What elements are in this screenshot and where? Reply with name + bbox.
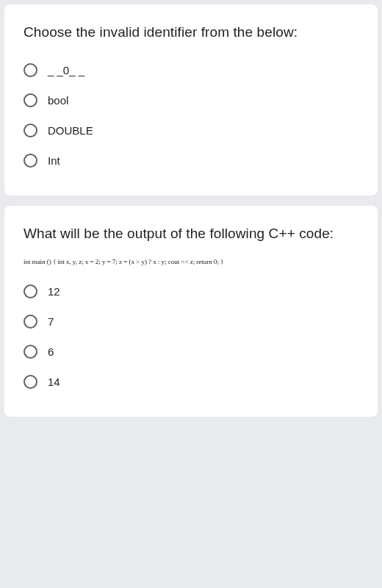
q2-option-3-label: 14 [48, 376, 60, 388]
code-snippet: int main () { int x, y, z; x = 2; y = 7;… [24, 258, 358, 265]
q2-option-2-label: 6 [48, 345, 54, 358]
q2-option-3[interactable]: 14 [24, 369, 358, 395]
q1-option-1[interactable]: bool [24, 87, 358, 113]
radio-icon [24, 315, 37, 329]
q1-option-0[interactable]: _ _0_ _ [24, 57, 358, 83]
radio-icon [24, 154, 37, 168]
radio-icon [24, 123, 37, 137]
q2-option-2[interactable]: 6 [24, 339, 358, 365]
q1-option-2-label: DOUBLE [48, 124, 93, 137]
radio-icon [24, 284, 37, 298]
q2-option-0[interactable]: 12 [24, 279, 358, 304]
q2-option-1[interactable]: 7 [24, 309, 358, 334]
q2-option-1-label: 7 [48, 315, 54, 328]
question-card-1: Choose the invalid identifier from the b… [4, 4, 378, 196]
q2-option-0-label: 12 [48, 285, 60, 298]
q1-option-3-label: Int [48, 154, 60, 167]
radio-icon [24, 345, 37, 359]
radio-icon [24, 63, 37, 77]
q1-option-0-label: _ _0_ _ [48, 64, 84, 76]
question-2-text: What will be the output of the following… [24, 223, 358, 244]
radio-icon [24, 93, 37, 107]
question-card-2: What will be the output of the following… [4, 206, 378, 417]
question-1-text: Choose the invalid identifier from the b… [24, 22, 358, 43]
radio-icon [24, 375, 37, 389]
q1-option-2[interactable]: DOUBLE [24, 118, 358, 143]
q1-option-3[interactable]: Int [24, 148, 358, 173]
q1-option-1-label: bool [48, 94, 68, 107]
